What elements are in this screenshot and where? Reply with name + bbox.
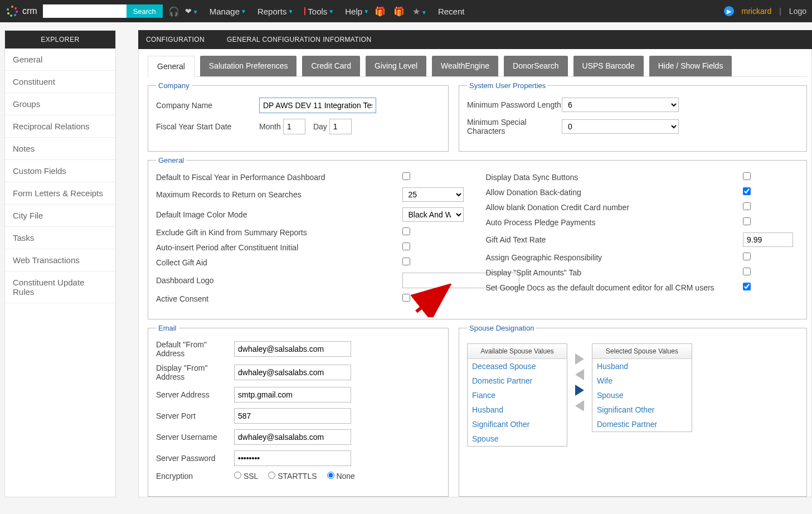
logout-link[interactable]: Logo (789, 7, 806, 16)
search-input[interactable] (43, 4, 127, 18)
spouse-value-item[interactable]: Significant Other (468, 417, 567, 431)
company-name-input[interactable] (259, 98, 376, 113)
tab[interactable]: Salutation Preferences (200, 56, 297, 76)
selected-spouse-title: Selected Spouse Values (592, 344, 692, 359)
encryption-label: Encryption (156, 472, 234, 481)
setting-number[interactable] (743, 232, 793, 247)
setting-label: Default to Fiscal Year in Performance Da… (156, 173, 402, 182)
move-all-left-button[interactable] (575, 400, 584, 411)
email-field-label: Server Password (156, 454, 234, 463)
menu-manage[interactable]: Manage▼ (210, 7, 246, 16)
setting-checkbox[interactable] (743, 268, 751, 275)
email-field-label: Server Username (156, 433, 234, 442)
encryption-radio[interactable] (234, 472, 241, 479)
system-user-section: System User Properties Minimum Password … (459, 81, 807, 152)
move-all-right-button[interactable] (575, 353, 584, 365)
spouse-value-item[interactable]: Husband (592, 359, 692, 374)
tab[interactable]: USPS Barcode (573, 56, 644, 76)
sidebar-item[interactable]: Web Transactions (5, 249, 115, 271)
email-section: Email Default "From" AddressDisplay "Fro… (148, 324, 449, 497)
username[interactable]: mrickard (742, 7, 772, 16)
setting-checkbox[interactable] (743, 172, 751, 180)
min-pw-label: Minimum Password Length (467, 100, 562, 109)
sidebar-item[interactable]: Reciprocal Relations (5, 115, 115, 138)
gift-icon-2[interactable]: 🎁 (393, 6, 405, 17)
tab[interactable]: General (148, 56, 195, 77)
setting-checkbox[interactable] (402, 294, 410, 302)
setting-checkbox[interactable] (402, 258, 410, 265)
encryption-radio[interactable] (327, 472, 334, 479)
spouse-value-item[interactable]: Domestic Partner (468, 374, 567, 388)
spouse-value-item[interactable]: Significant Other (592, 403, 692, 417)
email-field-input[interactable] (234, 429, 351, 445)
svg-point-4 (10, 14, 12, 17)
setting-checkbox[interactable] (743, 253, 751, 260)
setting-checkbox[interactable] (743, 187, 751, 195)
setting-checkbox[interactable] (743, 202, 751, 210)
menu-reports[interactable]: Reports▼ (257, 7, 293, 16)
setting-select[interactable]: Black And White (402, 207, 464, 222)
spouse-legend: Spouse Designation (467, 324, 536, 332)
sidebar-item[interactable]: Notes (5, 138, 115, 160)
email-field-input[interactable] (234, 387, 351, 403)
email-field-input[interactable] (234, 365, 351, 380)
spouse-value-item[interactable]: Domestic Partner (592, 417, 692, 431)
setting-label: Allow Donation Back-dating (486, 188, 743, 197)
sidebar-item[interactable]: Constituent (5, 71, 115, 93)
menu-tools[interactable]: Tools▼ (304, 7, 334, 16)
spouse-value-item[interactable]: Wife (592, 374, 692, 388)
svg-point-3 (14, 14, 16, 16)
spouse-value-item[interactable]: Husband (468, 403, 567, 417)
fiscal-day-input[interactable] (329, 119, 352, 134)
tab[interactable]: Credit Card (302, 56, 360, 76)
menu-help[interactable]: Help▼ (345, 7, 369, 16)
email-field-input[interactable] (234, 408, 351, 424)
headset-icon[interactable]: 🎧 (168, 6, 179, 17)
setting-checkbox[interactable] (743, 217, 751, 225)
min-sc-select[interactable]: 0 (562, 119, 679, 134)
general-right-column: Display Data Sync ButtonsAllow Donation … (486, 172, 799, 309)
heart-icon[interactable]: ❤▼ (185, 7, 198, 16)
tab[interactable]: DonorSearch (504, 56, 568, 76)
search-button[interactable]: Search (127, 4, 163, 18)
move-right-button[interactable] (575, 385, 584, 396)
sidebar-item[interactable]: City File (5, 205, 115, 227)
sidebar-item[interactable]: Tasks (5, 227, 115, 249)
setting-select[interactable]: 25 (402, 187, 464, 202)
email-field-input[interactable] (234, 450, 351, 466)
setting-label: Default Image Color Mode (156, 210, 402, 219)
setting-label: Maximum Records to Return on Searches (156, 190, 402, 199)
topbar-icon-group-1: ❤▼ (185, 7, 198, 16)
spouse-value-item[interactable]: Deceased Spouse (468, 359, 567, 374)
star-icon[interactable]: ★▼ (412, 6, 427, 17)
setting-checkbox[interactable] (402, 243, 410, 250)
sidebar-item[interactable]: Groups (5, 93, 115, 115)
gift-icon-1[interactable]: 🎁 (375, 6, 386, 17)
sidebar-item[interactable]: Form Letters & Receipts (5, 182, 115, 205)
spouse-value-item[interactable]: Spouse (468, 431, 567, 446)
menu-recent[interactable]: Recent (438, 7, 465, 16)
general-section: General Default to Fiscal Year in Perfor… (148, 156, 807, 319)
setting-checkbox[interactable] (402, 172, 410, 180)
divider: | (779, 7, 781, 16)
sidebar-item[interactable]: Custom Fields (5, 160, 115, 182)
topbar-right: ▶ mrickard | Logo (724, 6, 806, 16)
setting-label: Active Consent (156, 294, 402, 303)
annotation-arrow (411, 284, 455, 317)
tab[interactable]: WealthEngine (432, 56, 498, 76)
spouse-value-item[interactable]: Spouse (592, 388, 692, 403)
available-spouse-box: Available Spouse Values Deceased SpouseD… (467, 343, 567, 447)
min-pw-select[interactable]: 6 (562, 98, 679, 112)
email-field-input[interactable] (234, 341, 351, 357)
setting-checkbox[interactable] (743, 283, 751, 290)
fiscal-month-input[interactable] (283, 119, 305, 134)
tab[interactable]: Hide / Show Fields (649, 56, 732, 76)
spouse-value-item[interactable]: Fiance (468, 388, 567, 403)
tab[interactable]: Giving Level (366, 56, 426, 76)
move-left-button[interactable] (575, 369, 584, 380)
month-label: Month (259, 122, 281, 131)
encryption-radio[interactable] (268, 472, 275, 479)
setting-checkbox[interactable] (402, 227, 410, 235)
sidebar-item[interactable]: General (5, 49, 115, 71)
sidebar-item[interactable]: Constituent Update Rules (5, 271, 115, 303)
